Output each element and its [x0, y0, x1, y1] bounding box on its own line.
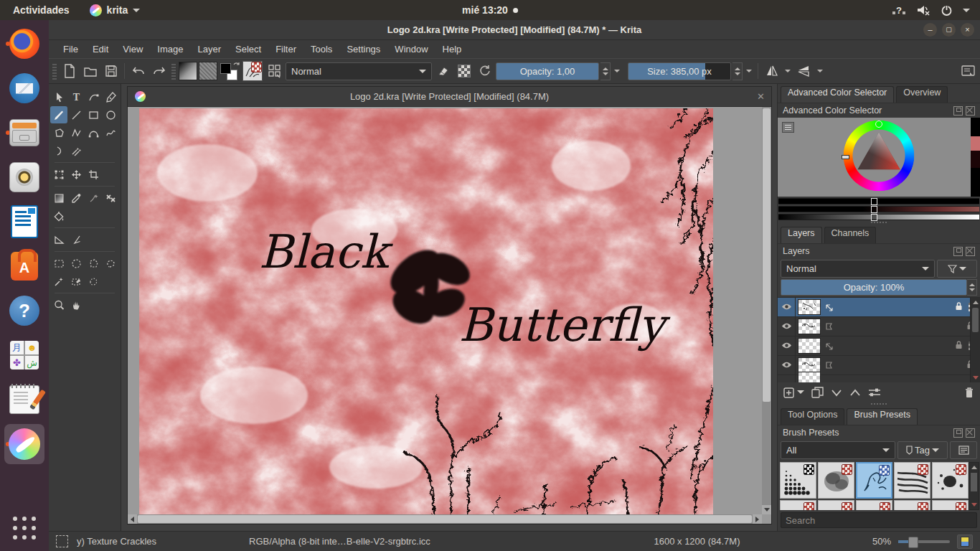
brush-grid-scrollbar[interactable]	[969, 462, 979, 510]
gradient-swatch-button[interactable]	[179, 62, 197, 80]
tool-gradient[interactable]	[50, 189, 67, 207]
scroll-down-button[interactable]	[762, 505, 771, 514]
close-button[interactable]: ×	[961, 23, 974, 37]
dock-item-rhythmbox[interactable]	[4, 157, 44, 197]
maximize-button[interactable]: ▢	[942, 23, 956, 37]
layers-docker-header[interactable]: Layers	[778, 244, 980, 258]
close-icon[interactable]: ✕	[757, 91, 765, 102]
scroll-down-button[interactable]	[971, 373, 980, 382]
tool-pan[interactable]	[67, 296, 85, 314]
foreground-color-swatch[interactable]	[220, 63, 231, 74]
layer-visibility-toggle[interactable]	[778, 298, 796, 316]
menu-help[interactable]: Help	[435, 42, 469, 56]
dock-item-thunderbird[interactable]	[4, 68, 44, 108]
brush-preset-water-splash-preset[interactable]	[856, 462, 892, 499]
history-color-swatch[interactable]	[971, 168, 980, 197]
color-slider-2[interactable]	[778, 206, 979, 212]
menu-image[interactable]: Image	[150, 42, 190, 56]
menu-view[interactable]: View	[116, 42, 150, 56]
dock-item-libreoffice-writer[interactable]	[4, 202, 44, 242]
dock-item-show-applications[interactable]	[4, 508, 44, 548]
advanced-color-selector[interactable]	[778, 118, 980, 197]
tool-freehand-select[interactable]	[102, 255, 119, 272]
size-slider[interactable]: Size: 385,00 px	[628, 62, 731, 80]
lock-icon[interactable]	[955, 301, 963, 313]
dock-item-firefox[interactable]	[4, 24, 44, 64]
tool-line[interactable]	[67, 106, 85, 123]
float-docker-icon[interactable]	[953, 247, 963, 256]
redo-button[interactable]	[149, 62, 169, 81]
brush-preset-soft-blob-preset[interactable]	[894, 500, 930, 510]
tab-tool-options[interactable]: Tool Options	[781, 408, 844, 425]
search-input[interactable]	[781, 515, 976, 526]
layer-row-layer-3[interactable]	[778, 336, 980, 356]
tool-similar-select[interactable]	[50, 273, 67, 290]
tool-rect-select[interactable]	[50, 255, 67, 272]
tool-transform-select[interactable]	[50, 88, 67, 105]
tool-measure[interactable]	[50, 231, 67, 248]
choose-brush-preset-icon[interactable]	[265, 62, 284, 81]
tab-overview[interactable]: Overview	[896, 86, 948, 103]
new-document-button[interactable]	[60, 62, 79, 81]
close-docker-icon[interactable]	[966, 247, 975, 256]
eraser-mode-button[interactable]	[433, 62, 453, 81]
system-status-area[interactable]: ?	[892, 4, 980, 17]
layer-blending-mode-select[interactable]: Normal	[781, 260, 935, 278]
tag-button[interactable]: Tag	[897, 441, 948, 459]
scroll-up-button[interactable]	[971, 298, 980, 307]
menu-layer[interactable]: Layer	[190, 42, 228, 56]
color-slider-3[interactable]	[778, 214, 979, 220]
tool-zoom[interactable]	[50, 296, 67, 314]
tool-dynamic-brush[interactable]	[50, 142, 67, 159]
vertical-scrollbar[interactable]	[762, 107, 771, 514]
scroll-right-button[interactable]	[753, 514, 762, 524]
dock-item-character-map[interactable]: 月☻✤ش	[4, 335, 44, 375]
tool-move[interactable]	[67, 166, 85, 183]
chevron-down-icon[interactable]	[785, 70, 791, 72]
menu-settings[interactable]: Settings	[339, 42, 387, 56]
tool-color-sampler[interactable]	[67, 189, 85, 207]
close-docker-icon[interactable]	[966, 428, 975, 438]
tool-magnetic-select[interactable]	[85, 273, 102, 290]
menu-tools[interactable]: Tools	[303, 42, 339, 56]
scroll-down-button[interactable]	[969, 500, 979, 509]
tool-polygon-select[interactable]	[85, 255, 102, 272]
close-docker-icon[interactable]	[966, 106, 975, 116]
duplicate-layer-button[interactable]	[811, 387, 824, 398]
chevron-down-icon[interactable]	[746, 70, 752, 72]
zoom-slider[interactable]	[898, 540, 950, 543]
layer-opacity-slider[interactable]: Opacity: 100%	[781, 279, 967, 296]
brush-preset-smoke-preset[interactable]	[818, 462, 854, 499]
tool-transform[interactable]	[50, 166, 67, 183]
undo-button[interactable]	[128, 62, 148, 81]
menu-filter[interactable]: Filter	[268, 42, 303, 56]
menu-window[interactable]: Window	[387, 42, 435, 56]
chevron-down-icon[interactable]	[614, 70, 620, 72]
toolbar-drag-handle[interactable]	[171, 62, 176, 80]
activities-button[interactable]: Actividades	[0, 0, 83, 20]
tool-text[interactable]: T	[67, 88, 85, 105]
tool-assistants[interactable]	[67, 231, 85, 248]
brush-preset-halftone-preset[interactable]	[780, 462, 816, 499]
minimize-button[interactable]: –	[923, 23, 937, 37]
tool-freehand-path[interactable]	[102, 124, 119, 141]
brush-preset-twigs-preset[interactable]	[932, 500, 969, 510]
menu-edit[interactable]: Edit	[85, 42, 116, 56]
layer-thumbnail[interactable]	[798, 299, 821, 315]
tool-calligraphy[interactable]	[102, 88, 119, 105]
brush-search-field[interactable]	[781, 512, 977, 528]
window-titlebar[interactable]: Logo 2d.kra [Write Protected] [Modified]…	[49, 20, 980, 40]
preserve-alpha-button[interactable]	[454, 62, 473, 81]
layer-list-scrollbar[interactable]	[970, 298, 980, 382]
color-history-strip[interactable]	[971, 118, 980, 197]
layer-thumbnail[interactable]	[798, 319, 821, 334]
clock-button[interactable]: mié 13:20	[462, 4, 518, 16]
layer-visibility-toggle[interactable]	[778, 356, 796, 375]
tool-edit-shapes[interactable]	[85, 88, 102, 105]
layer-visibility-toggle[interactable]	[778, 317, 796, 336]
app-menu-button[interactable]: krita	[83, 0, 148, 20]
add-layer-button[interactable]	[783, 387, 804, 398]
tool-smart-patch[interactable]	[85, 189, 102, 207]
history-color-swatch[interactable]	[971, 151, 980, 168]
tool-freehand-brush[interactable]	[50, 106, 67, 123]
